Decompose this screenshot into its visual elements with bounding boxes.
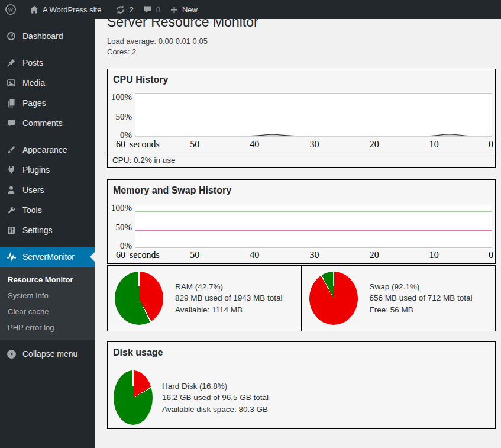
submenu-item-system-info[interactable]: System Info <box>0 288 95 304</box>
swap-pie-chart <box>309 272 358 325</box>
swap-panel: Swap (92.1%) 656 MB used of 712 MB total… <box>302 265 496 331</box>
sidebar-item-label: ServerMonitor <box>22 252 75 262</box>
sidebar-item-label: Tools <box>22 205 42 215</box>
plus-icon <box>170 5 179 14</box>
comment-icon <box>143 5 153 14</box>
disk-label: Hard Disk (16.8%) <box>162 381 269 392</box>
sidebar-item-dashboard[interactable]: Dashboard <box>0 26 95 46</box>
media-icon <box>7 78 16 88</box>
comments-count: 0 <box>156 5 160 14</box>
site-name-link[interactable]: A WordPress site <box>25 0 106 19</box>
home-icon <box>30 5 39 14</box>
memory-chart: 100% 50% 0% <box>108 204 495 248</box>
disk-usage-title: Disk usage <box>108 342 495 359</box>
cpu-history-panel: CPU History 100% 50% 0% 60 seconds 50 40… <box>107 69 496 168</box>
sidebar-item-pages[interactable]: Pages <box>0 93 95 113</box>
memory-swap-title: Memory and Swap History <box>108 180 495 196</box>
sidebar-item-label: Media <box>22 78 45 88</box>
disk-details-row: Hard Disk (16.8%) 16.2 GB used of 96.5 G… <box>114 370 495 425</box>
disk-available: Available disk space: 80.3 GB <box>162 404 269 415</box>
disk-usage: 16.2 GB used of 96.5 GB total <box>162 392 269 404</box>
sidebar-item-label: Dashboard <box>22 31 63 41</box>
user-icon <box>7 185 16 195</box>
wordpress-logo-icon: W <box>5 4 17 15</box>
sidebar-item-label: Settings <box>22 225 53 235</box>
cpu-chart: 100% 50% 0% <box>108 93 495 137</box>
admin-sidebar: Dashboard Posts Media Pages Comments App… <box>0 19 95 448</box>
sidebar-item-label: Pages <box>22 98 46 108</box>
sidebar-item-label: Users <box>22 185 44 195</box>
sidebar-item-appearance[interactable]: Appearance <box>0 140 95 160</box>
sidebar-item-media[interactable]: Media <box>0 73 95 93</box>
plugin-icon <box>7 165 16 175</box>
sidebar-item-label: Posts <box>22 58 43 67</box>
swap-title: Swap (92.1%) <box>370 281 473 293</box>
settings-icon <box>7 225 16 235</box>
cpu-y-axis: 100% 50% 0% <box>108 93 135 137</box>
swap-details: Swap (92.1%) 656 MB used of 712 MB total… <box>370 281 473 316</box>
new-content-button[interactable]: New <box>165 0 202 19</box>
comments-button[interactable]: 0 <box>138 0 165 19</box>
brush-icon <box>7 145 16 154</box>
updates-button[interactable]: 2 <box>111 0 138 19</box>
ram-available: Available: 1114 MB <box>175 304 283 316</box>
sidebar-item-label: Plugins <box>22 165 50 175</box>
admin-bar: W A WordPress site 2 0 New <box>0 0 501 19</box>
cpu-x-axis: 60 seconds 50 40 30 20 10 0 <box>108 137 495 153</box>
collapse-menu-label: Collapse menu <box>22 349 77 359</box>
cpu-usage-status: CPU: 0.2% in use <box>108 153 495 167</box>
admin-menu: Dashboard Posts Media Pages Comments App… <box>0 19 95 267</box>
update-icon <box>115 5 125 15</box>
sidebar-item-users[interactable]: Users <box>0 180 95 200</box>
site-name-label: A WordPress site <box>43 5 101 14</box>
sidebar-item-settings[interactable]: Settings <box>0 220 95 240</box>
cpu-history-title: CPU History <box>108 69 495 86</box>
ram-pie-chart <box>115 272 163 325</box>
ram-usage: 829 MB used of 1943 MB total <box>175 292 283 304</box>
sidebar-item-label: Comments <box>22 118 63 128</box>
updates-count: 2 <box>129 5 133 14</box>
disk-details: Hard Disk (16.8%) 16.2 GB used of 96.5 G… <box>162 381 269 415</box>
disk-usage-panel: Disk usage Hard Disk (16.8%) 16.2 GB use… <box>107 341 496 429</box>
disk-pie-chart <box>114 370 153 425</box>
swap-usage: 656 MB used of 712 MB total <box>370 292 473 304</box>
servermonitor-submenu: Resource Monitor System Info Clear cache… <box>0 267 95 340</box>
sidebar-item-posts[interactable]: Posts <box>0 53 95 73</box>
wrench-icon <box>7 205 16 215</box>
memory-pie-row: RAM (42.7%) 829 MB used of 1943 MB total… <box>107 265 496 331</box>
memory-swap-history-panel: Memory and Swap History 100% 50% 0% 60 s… <box>107 179 496 264</box>
memory-x-axis: 60 seconds 50 40 30 20 10 0 <box>108 248 495 263</box>
wp-logo-button[interactable]: W <box>0 0 21 19</box>
ram-details: RAM (42.7%) 829 MB used of 1943 MB total… <box>175 281 283 316</box>
pulse-icon <box>7 252 17 262</box>
new-label: New <box>182 5 198 14</box>
cores-text: Cores: 2 <box>107 47 496 57</box>
swap-available: Free: 56 MB <box>370 304 473 316</box>
comments-icon <box>7 118 16 128</box>
pages-icon <box>7 98 16 108</box>
pin-icon <box>7 58 16 67</box>
svg-text:W: W <box>8 7 14 13</box>
cpu-plot-area <box>135 93 492 137</box>
memory-y-axis: 100% 50% 0% <box>108 204 135 248</box>
main-content: Server Resource Monitor Load average: 0.… <box>95 0 501 429</box>
submenu-item-clear-cache[interactable]: Clear cache <box>0 304 95 320</box>
memory-plot-area <box>135 204 492 248</box>
ram-title: RAM (42.7%) <box>175 281 283 293</box>
sidebar-item-servermonitor[interactable]: ServerMonitor <box>0 247 95 267</box>
load-average-text: Load average: 0.00 0.01 0.05 <box>107 36 496 47</box>
ram-panel: RAM (42.7%) 829 MB used of 1943 MB total… <box>107 265 302 331</box>
sidebar-item-comments[interactable]: Comments <box>0 113 95 133</box>
sidebar-item-plugins[interactable]: Plugins <box>0 160 95 180</box>
collapse-icon <box>7 349 17 359</box>
sidebar-item-tools[interactable]: Tools <box>0 200 95 220</box>
submenu-item-resource-monitor[interactable]: Resource Monitor <box>0 272 95 288</box>
sidebar-item-label: Appearance <box>22 145 67 154</box>
collapse-menu-button[interactable]: Collapse menu <box>0 344 95 364</box>
dashboard-icon <box>7 31 16 41</box>
submenu-item-php-error-log[interactable]: PHP error log <box>0 320 95 336</box>
